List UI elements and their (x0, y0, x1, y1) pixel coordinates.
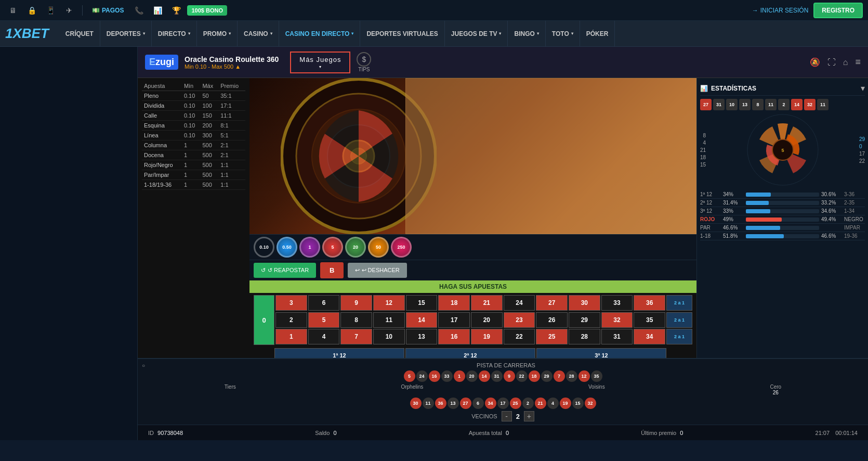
num-cell-7[interactable]: 7 (340, 329, 372, 344)
race-cero[interactable]: Cero 26 (770, 384, 781, 395)
num-cell-14[interactable]: 14 (406, 312, 438, 328)
nav-toto[interactable]: TOTO▾ (546, 21, 580, 46)
race-num[interactable]: 5 (404, 370, 415, 382)
race-num[interactable]: 18 (529, 370, 540, 382)
race-num[interactable]: 15 (572, 398, 584, 409)
race-num[interactable]: 12 (578, 370, 590, 382)
race-num[interactable]: 36 (435, 398, 446, 409)
num-cell-23[interactable]: 23 (504, 312, 535, 328)
num-cell-27[interactable]: 27 (536, 295, 568, 311)
bet-row[interactable]: Calle0.1015011:1 (142, 111, 245, 121)
col-2a1[interactable]: 2 a 1 (666, 295, 692, 311)
num-cell-16[interactable]: 16 (438, 329, 470, 344)
num-cell-5[interactable]: 5 (308, 312, 340, 328)
site-logo[interactable]: 1XBET (5, 25, 49, 42)
chip-50[interactable]: 50 (368, 237, 389, 258)
nav-directo[interactable]: DIRECTO▾ (152, 21, 197, 46)
num-cell-25[interactable]: 25 (536, 329, 568, 344)
num-cell-33[interactable]: 33 (601, 295, 633, 311)
bet-row[interactable]: Columna15002:1 (142, 140, 245, 150)
vecinos-plus-button[interactable]: + (524, 411, 534, 421)
bono-button[interactable]: 100$ BONO (187, 5, 227, 16)
num-cell-32[interactable]: 32 (601, 312, 633, 328)
num-cell-12[interactable]: 12 (373, 295, 405, 311)
race-num[interactable]: 29 (541, 370, 553, 382)
nav-casino-directo[interactable]: CASINO EN DIRECTO▾ (279, 21, 361, 46)
mobile-icon[interactable]: 📱 (43, 3, 58, 18)
mute-icon[interactable]: 🔕 (810, 57, 820, 67)
race-tiers[interactable]: Tiers (225, 384, 236, 395)
tips-button[interactable]: $ TIPS (357, 52, 371, 72)
race-num[interactable]: 2 (522, 398, 534, 409)
num-cell-30[interactable]: 30 (569, 295, 600, 311)
race-num[interactable]: 28 (566, 370, 577, 382)
num-cell-36[interactable]: 36 (634, 295, 665, 311)
nav-casino[interactable]: CASINO▾ (238, 21, 279, 46)
vecinos-minus-button[interactable]: - (502, 411, 512, 421)
num-cell-21[interactable]: 21 (471, 295, 503, 311)
num-cell-17[interactable]: 17 (438, 312, 470, 328)
bet-2ª12[interactable]: 2ª 12 (405, 348, 535, 358)
num-cell-18[interactable]: 18 (438, 295, 470, 311)
num-cell-8[interactable]: 8 (340, 312, 372, 328)
race-num[interactable]: 1 (454, 370, 465, 382)
chip-5[interactable]: 5 (322, 237, 343, 258)
race-num[interactable]: 13 (448, 398, 459, 409)
phone-icon[interactable]: 📞 (131, 3, 147, 18)
num-zero[interactable]: 0 (254, 295, 274, 345)
race-num[interactable]: 34 (485, 398, 496, 409)
mas-juegos-button[interactable]: Más Juegos ▾ (290, 52, 350, 73)
race-num[interactable]: 16 (429, 370, 440, 382)
bet-row[interactable]: 1-18/19-3615001:1 (142, 180, 245, 190)
num-cell-29[interactable]: 29 (569, 312, 600, 328)
race-num[interactable]: 33 (441, 370, 453, 382)
race-num[interactable]: 19 (560, 398, 571, 409)
deshacer-button[interactable]: ↩ ↩ DESHACER (348, 263, 406, 278)
race-num[interactable]: 17 (497, 398, 509, 409)
race-num[interactable]: 11 (423, 398, 434, 409)
chip-0.50[interactable]: 0.50 (277, 237, 297, 258)
desktop-icon[interactable]: 🖥 (5, 3, 21, 18)
race-num[interactable]: 30 (410, 398, 422, 409)
nav-deportes[interactable]: DEPORTES▾ (100, 21, 152, 46)
home-icon[interactable]: ⌂ (843, 58, 848, 67)
race-num[interactable]: 20 (466, 370, 478, 382)
race-num[interactable]: 31 (491, 370, 503, 382)
num-cell-34[interactable]: 34 (634, 329, 665, 344)
fullscreen-icon[interactable]: ⛶ (827, 58, 836, 67)
nav-poker[interactable]: PÓKER (580, 21, 615, 46)
race-num[interactable]: 21 (535, 398, 546, 409)
chip-0.10[interactable]: 0.10 (254, 237, 274, 258)
nav-deportes-virtuales[interactable]: DEPORTES VIRTUALES (360, 21, 444, 46)
race-num[interactable]: 4 (547, 398, 559, 409)
num-cell-20[interactable]: 20 (471, 312, 503, 328)
col-2a1[interactable]: 2 a 1 (666, 329, 692, 344)
bet-1ª12[interactable]: 1ª 12 (274, 348, 404, 358)
col-2a1[interactable]: 2 a 1 (666, 312, 692, 328)
race-num[interactable]: 35 (591, 370, 602, 382)
chip-1[interactable]: 1 (299, 237, 320, 258)
chart-icon[interactable]: 📊 (150, 3, 165, 18)
bet-row[interactable]: Línea0.103005:1 (142, 131, 245, 140)
register-button[interactable]: REGISTRO (813, 3, 863, 18)
num-cell-6[interactable]: 6 (308, 295, 340, 311)
race-num[interactable]: 27 (460, 398, 471, 409)
num-cell-19[interactable]: 19 (471, 329, 503, 344)
num-cell-9[interactable]: 9 (340, 295, 372, 311)
borrar-button[interactable]: B (320, 262, 344, 278)
bet-row[interactable]: Docena15002:1 (142, 150, 245, 160)
reapostar-button[interactable]: ↺↺ REAPOSTAR (254, 263, 316, 278)
num-cell-1[interactable]: 1 (275, 329, 307, 344)
race-num[interactable]: 25 (510, 398, 521, 409)
nav-promo[interactable]: PROMO▾ (197, 21, 238, 46)
race-orphelins[interactable]: Orphelins (401, 384, 423, 395)
bet-row[interactable]: Dividida0.1010017:1 (142, 101, 245, 111)
num-cell-3[interactable]: 3 (275, 295, 307, 311)
nav-bingo[interactable]: BINGO▾ (508, 21, 545, 46)
num-cell-4[interactable]: 4 (308, 329, 340, 344)
num-cell-2[interactable]: 2 (275, 312, 307, 328)
nav-criquet[interactable]: CRÍQUET (59, 21, 100, 46)
chip-20[interactable]: 20 (345, 237, 366, 258)
telegram-icon[interactable]: ✈ (61, 3, 77, 18)
num-cell-24[interactable]: 24 (504, 295, 535, 311)
